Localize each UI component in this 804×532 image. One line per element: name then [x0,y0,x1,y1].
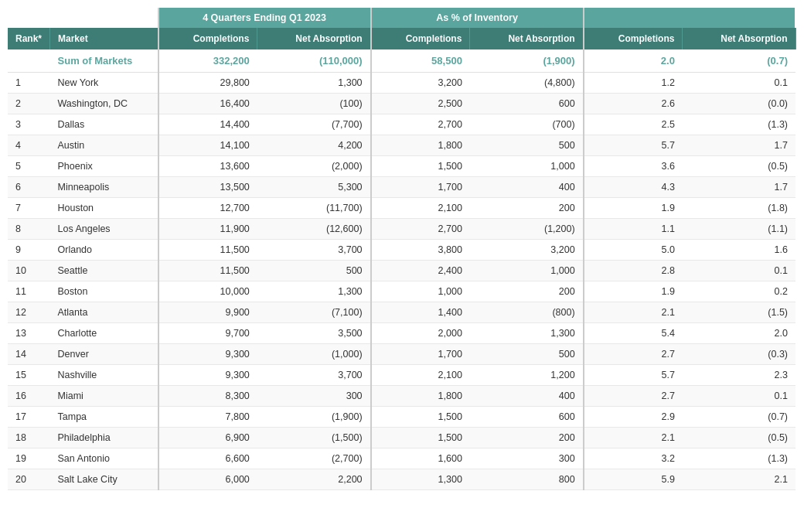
cell-rank: 12 [8,302,50,323]
cell-market: Seattle [50,261,158,281]
cell-rank: 8 [8,219,50,240]
cell-comp-q1: 2,100 [371,365,470,386]
cell-comp-q1: 2,400 [371,261,470,281]
cell-abs-pct: 1.6 [683,240,795,261]
cell-rank: 4 [8,135,50,156]
cell-abs-4q: 5,300 [257,177,371,198]
cell-market: Austin [50,135,158,156]
cell-abs-4q: (7,700) [257,114,371,135]
cell-market: Philadelphia [50,428,158,448]
sum-abs-q1: (1,900) [470,49,584,73]
cell-abs-4q: 500 [257,261,371,281]
cell-rank: 9 [8,240,50,261]
cell-comp-pct: 2.9 [584,407,683,428]
cell-rank: 1 [8,73,50,94]
cell-abs-4q: (12,600) [257,219,371,240]
cell-abs-4q: 3,500 [257,323,371,344]
cell-rank: 2 [8,94,50,114]
table-row: 1 New York 29,800 1,300 3,200 (4,800) 1.… [8,73,795,94]
cell-comp-pct: 2.1 [584,428,683,448]
cell-abs-q1: 200 [470,198,584,219]
table-row: 10 Seattle 11,500 500 2,400 1,000 2.8 0.… [8,261,795,281]
cell-comp-q1: 2,700 [371,219,470,240]
cell-rank: 13 [8,323,50,344]
cell-comp-4q: 7,800 [158,407,257,428]
col-header-abs-4q: Net Absorption [257,28,371,49]
cell-abs-pct: (0.0) [683,94,795,114]
table-row: 12 Atlanta 9,900 (7,100) 1,400 (800) 2.1… [8,302,795,323]
cell-comp-pct: 2.1 [584,302,683,323]
table-row: 2 Washington, DC 16,400 (100) 2,500 600 … [8,94,795,114]
group-header-row: 4 Quarters Ending Q1 2023 As % of Invent… [8,8,795,28]
table-body: Sum of Markets 332,200 (110,000) 58,500 … [8,49,795,490]
col-header-market: Market [50,28,158,49]
cell-abs-pct: 2.0 [683,323,795,344]
cell-comp-4q: 13,500 [158,177,257,198]
table-row: 3 Dallas 14,400 (7,700) 2,700 (700) 2.5 … [8,114,795,135]
cell-market: Boston [50,281,158,302]
sum-market: Sum of Markets [50,49,158,73]
cell-abs-pct: (0.5) [683,428,795,448]
cell-comp-q1: 1,500 [371,407,470,428]
sum-abs-pct: (0.7) [683,49,795,73]
sum-rank [8,49,50,73]
cell-abs-pct: 1.7 [683,177,795,198]
cell-abs-pct: (0.5) [683,156,795,177]
cell-market: Dallas [50,114,158,135]
cell-rank: 18 [8,428,50,448]
cell-comp-q1: 2,500 [371,94,470,114]
cell-abs-q1: 400 [470,177,584,198]
cell-abs-q1: 1,000 [470,261,584,281]
cell-comp-4q: 6,600 [158,448,257,469]
cell-market: New York [50,73,158,94]
cell-abs-4q: 300 [257,386,371,407]
cell-abs-q1: 200 [470,428,584,448]
sum-comp-pct: 2.0 [584,49,683,73]
col-header-rank: Rank* [8,28,50,49]
cell-comp-4q: 29,800 [158,73,257,94]
cell-abs-pct: (1.3) [683,114,795,135]
cell-abs-4q: 1,300 [257,281,371,302]
col-header-abs-pct: Net Absorption [683,28,795,49]
table-row: 18 Philadelphia 6,900 (1,500) 1,500 200 … [8,428,795,448]
cell-abs-4q: (1,900) [257,407,371,428]
cell-abs-q1: (4,800) [470,73,584,94]
cell-abs-q1: 800 [470,469,584,490]
table-row: 20 Salt Lake City 6,000 2,200 1,300 800 … [8,469,795,490]
cell-abs-4q: 2,200 [257,469,371,490]
cell-comp-4q: 6,000 [158,469,257,490]
cell-abs-pct: 1.7 [683,135,795,156]
cell-abs-pct: (0.7) [683,407,795,428]
cell-market: Los Angeles [50,219,158,240]
table-row: 11 Boston 10,000 1,300 1,000 200 1.9 0.2 [8,281,795,302]
cell-comp-4q: 9,700 [158,323,257,344]
cell-comp-4q: 16,400 [158,94,257,114]
cell-rank: 3 [8,114,50,135]
table-row: 19 San Antonio 6,600 (2,700) 1,600 300 3… [8,448,795,469]
data-table: 4 Quarters Ending Q1 2023 As % of Invent… [8,8,796,490]
group-header-q1: As % of Inventory [371,8,584,28]
cell-abs-q1: (800) [470,302,584,323]
cell-abs-q1: 300 [470,448,584,469]
cell-comp-4q: 11,500 [158,240,257,261]
cell-comp-q1: 2,100 [371,198,470,219]
cell-comp-4q: 9,900 [158,302,257,323]
cell-abs-4q: (11,700) [257,198,371,219]
cell-abs-pct: (0.3) [683,344,795,365]
cell-comp-q1: 1,000 [371,281,470,302]
cell-comp-q1: 3,200 [371,73,470,94]
cell-abs-pct: (1.3) [683,448,795,469]
cell-abs-q1: 1,300 [470,323,584,344]
col-header-comp-4q: Completions [158,28,257,49]
cell-comp-pct: 2.7 [584,386,683,407]
cell-abs-4q: (7,100) [257,302,371,323]
table-row: 6 Minneapolis 13,500 5,300 1,700 400 4.3… [8,177,795,198]
cell-market: Nashville [50,365,158,386]
cell-comp-q1: 1,500 [371,428,470,448]
cell-rank: 6 [8,177,50,198]
cell-rank: 10 [8,261,50,281]
cell-abs-q1: 1,000 [470,156,584,177]
cell-abs-q1: 600 [470,407,584,428]
cell-rank: 19 [8,448,50,469]
cell-comp-4q: 14,400 [158,114,257,135]
